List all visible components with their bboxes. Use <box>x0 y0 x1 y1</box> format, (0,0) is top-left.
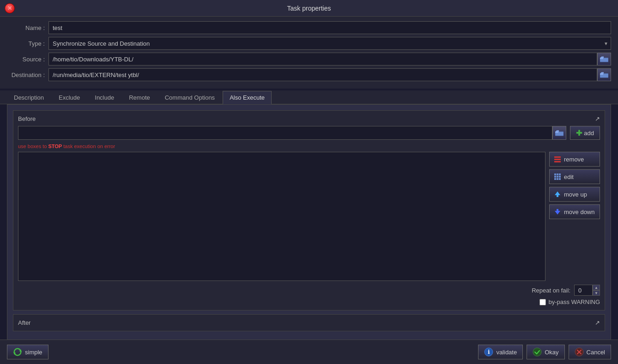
okay-icon <box>533 347 542 357</box>
remove-icon <box>553 155 562 163</box>
tab-content-also-execute: Before ↗ ✚ add <box>7 104 611 364</box>
command-input-area: ✚ add <box>18 126 600 140</box>
folder-icon <box>555 130 563 136</box>
close-button[interactable]: ✕ <box>5 3 15 13</box>
tab-include[interactable]: Include <box>88 91 121 104</box>
tabs-container: Description Exclude Include Remote Comma… <box>0 90 618 104</box>
simple-button[interactable]: simple <box>7 345 48 359</box>
name-label: Name : <box>7 24 48 31</box>
spin-buttons: ▲ ▼ <box>593 285 600 296</box>
source-input-group <box>48 53 611 66</box>
command-input-field[interactable] <box>18 126 552 140</box>
repeat-input[interactable] <box>574 285 593 296</box>
move-up-icon <box>553 190 562 198</box>
destination-input[interactable] <box>48 68 597 81</box>
svg-rect-11 <box>557 209 558 211</box>
after-section: After ↗ <box>13 314 605 331</box>
svg-rect-10 <box>557 195 558 197</box>
edit-icon <box>553 173 562 181</box>
bottom-bar: simple ℹ validate Okay <box>0 340 618 364</box>
warning-text: use boxes to STOP task execution on erro… <box>18 143 600 149</box>
move-up-button[interactable]: move up <box>549 187 600 202</box>
cancel-label: Cancel <box>587 349 605 356</box>
list-and-actions: remove edit <box>18 152 600 281</box>
repeat-section: Repeat on fail: ▲ ▼ <box>18 285 600 296</box>
type-row: Type : Synchronize Source and Destinatio… <box>7 37 611 50</box>
cancel-button[interactable]: Cancel <box>569 345 611 359</box>
svg-marker-9 <box>555 191 560 195</box>
move-down-button[interactable]: move down <box>549 204 600 219</box>
tab-description[interactable]: Description <box>7 91 51 104</box>
svg-rect-4 <box>600 73 603 75</box>
command-list[interactable] <box>18 152 545 281</box>
svg-point-18 <box>533 348 541 356</box>
destination-input-group <box>48 68 611 81</box>
bottom-right-buttons: ℹ validate Okay Cancel <box>478 345 611 359</box>
folder-icon <box>600 72 608 78</box>
after-header: After ↗ <box>18 319 600 326</box>
task-properties-dialog: ✕ Task properties Name : Type : Synchron… <box>0 0 618 364</box>
source-browse-button[interactable] <box>597 53 611 66</box>
cancel-icon <box>575 347 584 357</box>
type-select-wrapper: Synchronize Source and Destination ▼ <box>48 37 611 50</box>
source-input[interactable] <box>48 53 597 66</box>
okay-label: Okay <box>545 349 558 356</box>
action-buttons: remove edit <box>549 152 600 281</box>
before-collapse-icon[interactable]: ↗ <box>595 115 600 122</box>
tab-exclude[interactable]: Exclude <box>52 91 87 104</box>
bypass-section: by-pass WARNING <box>18 298 600 305</box>
stop-keyword: STOP <box>48 143 62 149</box>
svg-marker-5 <box>600 72 604 74</box>
refresh-icon <box>13 347 22 357</box>
simple-label: simple <box>25 349 42 356</box>
tab-also-execute[interactable]: Also Execute <box>223 91 272 104</box>
window-title: Task properties <box>287 5 331 12</box>
destination-label: Destination : <box>7 72 48 78</box>
name-input[interactable] <box>48 21 611 34</box>
after-collapse-icon[interactable]: ↗ <box>595 319 600 326</box>
type-label: Type : <box>7 40 48 47</box>
source-label: Source : <box>7 56 48 63</box>
before-section: Before ↗ ✚ add <box>13 110 605 310</box>
svg-marker-12 <box>555 211 560 215</box>
okay-button[interactable]: Okay <box>527 345 564 359</box>
edit-button[interactable]: edit <box>549 169 600 184</box>
command-input-wrapper <box>18 126 566 140</box>
type-select[interactable]: Synchronize Source and Destination <box>48 37 611 50</box>
source-row: Source : <box>7 53 611 66</box>
validate-label: validate <box>496 349 517 356</box>
repeat-spinner: ▲ ▼ <box>574 285 600 296</box>
title-bar: ✕ Task properties <box>0 0 618 17</box>
svg-marker-8 <box>555 131 559 132</box>
repeat-label: Repeat on fail: <box>532 287 570 294</box>
before-header: Before ↗ <box>18 115 600 122</box>
bypass-label: by-pass WARNING <box>549 298 600 305</box>
tab-remote[interactable]: Remote <box>122 91 157 104</box>
main-content: Name : Type : Synchronize Source and Des… <box>0 17 618 89</box>
plus-icon: ✚ <box>576 129 582 137</box>
move-down-icon <box>553 208 562 216</box>
svg-rect-7 <box>555 131 558 133</box>
after-title: After <box>18 319 30 326</box>
command-browse-button[interactable] <box>552 126 566 140</box>
destination-row: Destination : <box>7 68 611 81</box>
folder-icon <box>600 56 608 62</box>
validate-icon: ℹ <box>484 347 493 357</box>
remove-button[interactable]: remove <box>549 152 600 167</box>
tab-command-options[interactable]: Command Options <box>158 91 222 104</box>
svg-marker-2 <box>600 57 604 58</box>
destination-browse-button[interactable] <box>597 68 611 81</box>
add-button[interactable]: ✚ add <box>570 126 600 140</box>
spin-down-button[interactable]: ▼ <box>593 290 600 296</box>
name-row: Name : <box>7 21 611 34</box>
validate-button[interactable]: ℹ validate <box>478 345 523 359</box>
before-title: Before <box>18 115 36 122</box>
bypass-checkbox[interactable] <box>539 299 546 305</box>
svg-rect-1 <box>600 58 603 59</box>
svg-text:ℹ: ℹ <box>488 349 490 355</box>
spin-up-button[interactable]: ▲ <box>593 285 600 290</box>
